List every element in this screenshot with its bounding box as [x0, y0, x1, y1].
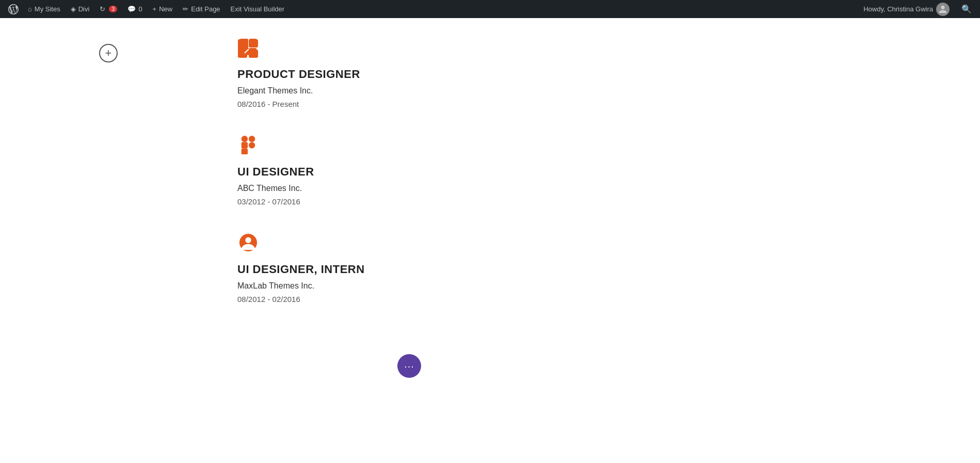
- add-section-button[interactable]: +: [99, 44, 118, 62]
- divi-label: Divi: [78, 5, 90, 13]
- search-button[interactable]: 🔍: [957, 4, 976, 14]
- svg-point-14: [245, 237, 251, 243]
- pencil-icon: ✏: [183, 5, 188, 13]
- svg-rect-6: [249, 50, 258, 58]
- svg-rect-9: [249, 136, 255, 142]
- edit-page-button[interactable]: ✏ Edit Page: [178, 0, 225, 18]
- comments-icon: 💬: [127, 5, 136, 13]
- new-menu[interactable]: + New: [148, 0, 178, 18]
- job-dates-2: 03/2012 - 07/2016: [237, 197, 980, 206]
- job-company-2: ABC Themes Inc.: [237, 184, 980, 193]
- svg-rect-5: [249, 39, 258, 47]
- my-sites-menu[interactable]: ⌂ My Sites: [23, 0, 66, 18]
- comments-count: 0: [138, 5, 142, 13]
- avatar[interactable]: [936, 3, 950, 16]
- edit-page-label: Edit Page: [191, 5, 220, 13]
- plus-icon: +: [105, 47, 112, 59]
- comments-menu[interactable]: 💬 0: [122, 0, 147, 18]
- job-company-1: Elegant Themes Inc.: [237, 86, 980, 95]
- job-dates-1: 08/2016 - Present: [237, 100, 980, 108]
- job-title-2: UI DESIGNER: [237, 165, 980, 179]
- exit-vb-label: Exit Visual Builder: [231, 5, 285, 13]
- job-entry-1: PRODUCT DESIGNER Elegant Themes Inc. 08/…: [237, 36, 980, 108]
- job-entry-3: UI DESIGNER, INTERN MaxLab Themes Inc. 0…: [237, 232, 980, 304]
- job-title-1: PRODUCT DESIGNER: [237, 68, 980, 81]
- jobs-section: PRODUCT DESIGNER Elegant Themes Inc. 08/…: [217, 28, 980, 329]
- wordpress-logo[interactable]: [4, 4, 23, 14]
- exit-vb-button[interactable]: Exit Visual Builder: [226, 0, 290, 18]
- admin-bar: ⌂ My Sites ◈ Divi ↻ 3 💬 0 + New ✏ Edit P…: [0, 0, 980, 18]
- job-entry-2: UI DESIGNER ABC Themes Inc. 03/2012 - 07…: [237, 134, 980, 206]
- howdy-greeting: Howdy, Christina Gwira: [858, 3, 955, 16]
- my-sites-label: My Sites: [35, 5, 60, 13]
- new-label: New: [159, 5, 172, 13]
- updates-count: 3: [109, 6, 117, 12]
- main-content: +: [0, 18, 980, 340]
- new-icon: +: [153, 5, 157, 13]
- howdy-label: Howdy, Christina Gwira: [863, 5, 933, 13]
- svg-rect-10: [242, 142, 248, 148]
- job-1-icon-wrapper: [237, 39, 980, 58]
- job-dates-3: 08/2012 - 02/2016: [237, 295, 980, 304]
- svg-rect-8: [242, 136, 248, 142]
- updates-menu[interactable]: ↻ 3: [94, 0, 122, 18]
- svg-rect-12: [242, 149, 248, 154]
- job-title-3: UI DESIGNER, INTERN: [237, 263, 980, 276]
- job-icon-3: [237, 232, 259, 253]
- job-company-3: MaxLab Themes Inc.: [237, 281, 980, 291]
- divi-menu[interactable]: ◈ Divi: [66, 0, 95, 18]
- updates-icon: ↻: [100, 5, 105, 13]
- my-sites-icon: ⌂: [28, 5, 32, 13]
- dots-icon: ···: [404, 361, 414, 371]
- add-button-area: +: [0, 28, 217, 329]
- search-icon: 🔍: [961, 4, 972, 14]
- job-icon-2: [237, 134, 259, 156]
- svg-rect-11: [249, 142, 255, 148]
- divi-icon: ◈: [71, 5, 76, 13]
- svg-rect-4: [238, 39, 247, 58]
- floating-menu-button[interactable]: ···: [397, 354, 421, 378]
